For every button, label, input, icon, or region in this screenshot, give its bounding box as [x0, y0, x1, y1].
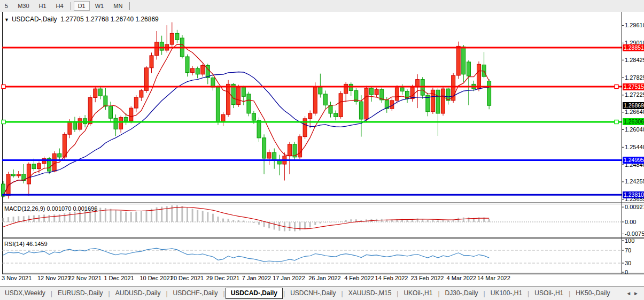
- level-price-label-1.27515: 1.27515: [623, 83, 644, 90]
- chart-tab-bar: USDX,Weekly|EURUSD-,Daily|AUDUSD-,Daily|…: [0, 286, 644, 300]
- date-axis-label: 14 Feb 2022: [375, 275, 408, 281]
- date-axis-label: 22 Nov 2021: [68, 275, 101, 281]
- date-axis-label: 10 Dec 2021: [139, 275, 173, 281]
- chart-canvas: [0, 0, 644, 300]
- price-axis-label-1.26040: 1.26040: [625, 126, 644, 133]
- tab-usdcnh-daily[interactable]: USDCNH-,Daily: [285, 288, 340, 299]
- rsi-axis-label-30: 30: [625, 260, 631, 266]
- tab-xauusd-m15[interactable]: XAUUSD-,M15: [344, 288, 397, 299]
- tab-usdx-weekly[interactable]: USDX,Weekly: [0, 288, 50, 299]
- chart-title: ▼USDCAD-,Daily 1.27705 1.27768 1.26740 1…: [4, 16, 159, 23]
- price-axis-label-1.29610: 1.29610: [625, 22, 644, 28]
- price-axis-label-1.26640: 1.26640: [625, 109, 644, 115]
- date-axis-label: 4 Mar 2022: [447, 275, 477, 281]
- macd-indicator-header: MACD(12,26,9) 0.001070 0.001696: [4, 205, 97, 212]
- macd-axis-label--0.00750: -0.00750: [625, 230, 644, 237]
- date-axis-label: 26 Jan 2022: [308, 275, 341, 281]
- tab-usdchf-daily[interactable]: USDCHF-,Daily: [168, 288, 223, 299]
- date-axis-label: 12 Nov 2021: [37, 275, 71, 281]
- tab-hk50-daily[interactable]: HK50-,Daily: [571, 288, 615, 299]
- hline-handle-1.26306[interactable]: [615, 120, 618, 124]
- tab-scroll-left-icon[interactable]: ◄: [626, 290, 633, 296]
- date-axis-label: 14 Mar 2022: [477, 275, 510, 281]
- rsi-axis-label-0: 0: [625, 269, 628, 275]
- date-axis-label: 1 Dec 2021: [104, 275, 134, 281]
- tab-audusd-daily[interactable]: AUDUSD-,Daily: [111, 288, 166, 299]
- level-price-label-1.26306: 1.26306: [623, 118, 644, 125]
- tab-scroll-arrows[interactable]: ◄►: [626, 290, 644, 296]
- hline-handle-1.26306[interactable]: [2, 120, 5, 124]
- ma-fast-line: [3, 44, 489, 196]
- macd-axis-label-0.009278: 0.009278: [625, 204, 644, 210]
- tab-dj30-daily[interactable]: DJ30-,Daily: [440, 288, 483, 299]
- rsi-indicator-header: RSI(14) 46.1459: [4, 241, 48, 247]
- date-axis-label: 29 Dec 2021: [206, 275, 239, 281]
- tab-scroll-right-icon[interactable]: ►: [633, 290, 641, 296]
- level-price-label-1.24995: 1.24995: [623, 157, 644, 164]
- price-axis-label-1.27225: 1.27225: [625, 91, 644, 98]
- tab-usdcad-daily[interactable]: USDCAD-,Daily: [226, 288, 283, 299]
- symbol-dropdown-icon[interactable]: ▼: [4, 17, 9, 22]
- date-axis-label: 4 Feb 2022: [344, 275, 374, 281]
- price-axis-label-1.27825: 1.27825: [625, 74, 644, 81]
- tab-ukoil-h1[interactable]: UKOil-,H1: [399, 288, 437, 299]
- date-axis-label: 20 Dec 2021: [170, 275, 204, 281]
- tab-usoil-h1[interactable]: USOil-,H1: [530, 288, 568, 299]
- level-price-label-1.28851: 1.28851: [623, 44, 644, 51]
- tab-uk100-h1[interactable]: UK100-,H1: [486, 288, 527, 299]
- chart-symbol-label: USDCAD-,Daily: [12, 16, 57, 23]
- current-price-label: 1.26869: [623, 102, 644, 109]
- date-axis-label: 7 Jan 2022: [242, 275, 271, 281]
- hline-handle-1.27515[interactable]: [615, 85, 618, 89]
- ma-slow-line: [3, 72, 489, 197]
- price-axis-label-1.25440: 1.25440: [625, 144, 644, 150]
- date-axis-label: 23 Feb 2022: [411, 275, 444, 281]
- date-axis-label: 17 Jan 2022: [273, 275, 305, 281]
- candlestick-series: [2, 22, 491, 199]
- tab-eurusd-daily[interactable]: EURUSD-,Daily: [53, 288, 108, 299]
- date-axis-label: 3 Nov 2021: [2, 275, 32, 281]
- chart-ohlc-values: 1.27705 1.27768 1.26740 1.26869: [60, 16, 159, 23]
- hline-handle-1.27515[interactable]: [2, 85, 5, 89]
- level-price-label-1.23810: 1.23810: [623, 191, 644, 198]
- macd-axis-label-0.00: 0.00: [625, 219, 636, 225]
- price-axis-label-1.28425: 1.28425: [625, 57, 644, 63]
- rsi-axis-label-70: 70: [625, 247, 631, 253]
- rsi-axis-label-100: 100: [625, 237, 634, 244]
- mt4-window: { "toolbar": { "timeframes": [ {"label":…: [0, 0, 644, 300]
- price-axis-label-1.24255: 1.24255: [625, 178, 644, 184]
